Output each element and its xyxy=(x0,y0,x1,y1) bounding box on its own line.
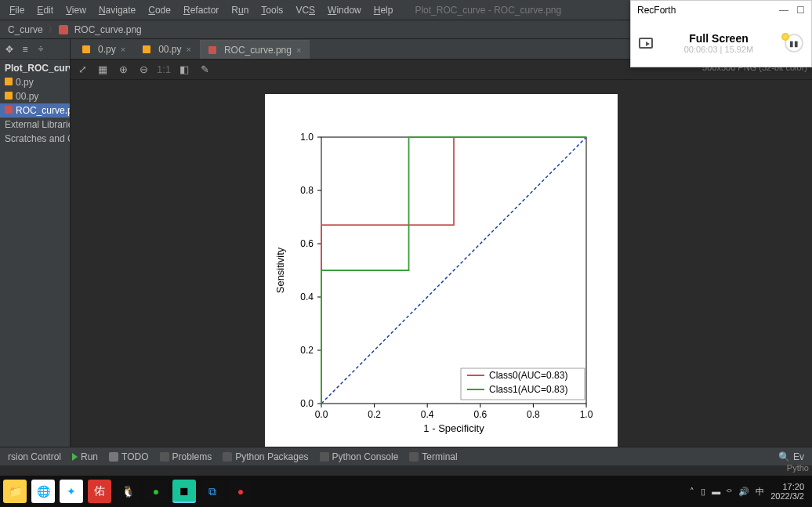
svg-text:1 - Specificity: 1 - Specificity xyxy=(423,422,484,434)
python-file-icon xyxy=(5,92,13,100)
menu-view[interactable]: View xyxy=(60,5,92,16)
menu-vcs[interactable]: VCS xyxy=(289,5,321,16)
tray-clock[interactable]: 17:20 2022/3/2 xyxy=(770,482,804,501)
recforth-stats: 00:06:03 | 15.92M xyxy=(661,45,777,54)
wechat-icon[interactable]: ● xyxy=(144,480,168,503)
close-icon[interactable]: × xyxy=(186,45,190,54)
menu-code[interactable]: Code xyxy=(142,5,177,16)
event-log-tool[interactable]: 🔍 Ev xyxy=(778,451,804,462)
tree-root[interactable]: Plot_ROC_curve xyxy=(0,61,70,75)
image-file-icon xyxy=(208,46,216,54)
tree-external-libs[interactable]: External Libraries xyxy=(0,118,70,132)
tray-ime[interactable]: 中 xyxy=(756,486,764,498)
tab-roc[interactable]: ROC_curve.png× xyxy=(200,40,310,59)
svg-text:Sensitivity: Sensitivity xyxy=(274,247,286,293)
collapse-icon[interactable]: ✥ xyxy=(5,45,14,54)
menu-navigate[interactable]: Navigate xyxy=(92,5,142,16)
tray-usb-icon[interactable]: ▯ xyxy=(701,487,705,497)
image-file-icon xyxy=(59,25,68,34)
image-file-icon xyxy=(5,106,13,114)
menu-help[interactable]: Help xyxy=(368,5,400,16)
svg-text:0.4: 0.4 xyxy=(300,292,314,302)
pycharm-icon[interactable]: ◼ xyxy=(172,480,196,503)
edge-icon[interactable]: 🌐 xyxy=(31,480,55,503)
zoom-ratio: 1:1 xyxy=(158,64,169,75)
recforth-title: RecForth xyxy=(637,5,676,16)
menu-file[interactable]: File xyxy=(3,5,31,16)
svg-text:0.8: 0.8 xyxy=(300,185,314,196)
tray-wifi-icon[interactable]: ⌔ xyxy=(727,487,732,496)
color-picker-icon[interactable]: ✎ xyxy=(199,64,210,75)
editor-area: 0.py× 00.py× ROC_curve.png× ⤢ ▦ ⊕ ⊖ 1:1 … xyxy=(71,39,812,447)
console-icon xyxy=(320,452,329,462)
close-icon[interactable]: × xyxy=(121,45,125,54)
svg-text:0.2: 0.2 xyxy=(300,345,314,356)
tree-file-0py[interactable]: 0.py xyxy=(0,75,70,89)
recorder-icon[interactable] xyxy=(639,38,653,49)
fit-icon[interactable]: ⤢ xyxy=(77,64,88,75)
record-icon[interactable]: ● xyxy=(229,480,252,503)
chart-figure: 0.00.20.40.60.81.00.00.20.40.60.81.01 - … xyxy=(265,94,618,447)
vscode-icon[interactable]: ⧉ xyxy=(201,480,224,503)
zoom-in-icon[interactable]: ⊕ xyxy=(118,64,129,75)
expand-icon[interactable]: ≡ xyxy=(20,45,30,54)
recforth-window[interactable]: RecForth — ☐ Full Screen 00:06:03 | 15.9… xyxy=(630,0,812,67)
python-file-icon xyxy=(82,45,90,53)
python-console-tool[interactable]: Python Console xyxy=(320,451,399,462)
sidebar-toolbar: ✥ ≡ ÷ xyxy=(0,39,70,60)
zoom-out-icon[interactable]: ⊖ xyxy=(138,64,149,75)
breadcrumb-file[interactable]: ROC_curve.png xyxy=(71,24,145,35)
menu-run[interactable]: Run xyxy=(225,5,255,16)
minimize-icon[interactable]: — xyxy=(779,5,788,16)
breadcrumb-root[interactable]: C_curve xyxy=(5,24,46,35)
status-lang: Pytho xyxy=(787,463,809,473)
problems-tool[interactable]: Problems xyxy=(160,451,212,462)
tab-00py[interactable]: 00.py× xyxy=(134,40,200,59)
windows-taskbar: 📁 🌐 ✦ 佑 🐧 ● ◼ ⧉ ● ˄ ▯ ▬ ⌔ 🔊 中 17:20 2022… xyxy=(0,476,812,507)
tray-volume-icon[interactable]: 🔊 xyxy=(738,487,749,497)
svg-text:0.0: 0.0 xyxy=(315,409,328,420)
app-icon-2[interactable]: 佑 xyxy=(88,480,111,503)
svg-text:0.6: 0.6 xyxy=(300,238,314,249)
tab-0py[interactable]: 0.py× xyxy=(74,40,134,59)
file-explorer-icon[interactable]: 📁 xyxy=(3,480,27,503)
app-icon-3[interactable]: 🐧 xyxy=(116,480,140,503)
recforth-titlebar[interactable]: RecForth — ☐ xyxy=(631,1,811,20)
run-tool[interactable]: Run xyxy=(72,451,98,462)
tray-battery-icon[interactable]: ▬ xyxy=(712,487,720,496)
menu-refactor[interactable]: Refactor xyxy=(177,5,225,16)
fullscreen-label: Full Screen xyxy=(661,32,777,45)
menu-edit[interactable]: Edit xyxy=(31,5,60,16)
close-icon[interactable]: × xyxy=(296,45,301,55)
maximize-icon[interactable]: ☐ xyxy=(796,5,805,16)
toggle-bg-icon[interactable]: ◧ xyxy=(179,64,190,75)
todo-tool[interactable]: TODO xyxy=(109,451,148,462)
pause-button[interactable]: ▮▮ xyxy=(785,34,803,53)
system-tray: ˄ ▯ ▬ ⌔ 🔊 中 17:20 2022/3/2 xyxy=(690,482,809,501)
tree-scratches[interactable]: Scratches and Co xyxy=(0,132,70,146)
tree-file-00py[interactable]: 00.py xyxy=(0,89,70,103)
svg-text:0.2: 0.2 xyxy=(368,409,381,420)
svg-text:0.0: 0.0 xyxy=(300,398,314,409)
menu-tools[interactable]: Tools xyxy=(255,5,289,16)
window-title: Plot_ROC_curve - ROC_curve.png xyxy=(415,5,561,16)
tool-window-bar: rsion Control Run TODO Problems Python P… xyxy=(0,447,812,465)
app-icon-1[interactable]: ✦ xyxy=(60,480,83,503)
svg-text:Class0(AUC=0.83): Class0(AUC=0.83) xyxy=(489,370,567,381)
svg-text:Class1(AUC=0.83): Class1(AUC=0.83) xyxy=(489,384,567,395)
problems-icon xyxy=(160,452,169,462)
play-icon xyxy=(72,453,78,461)
divide-icon[interactable]: ÷ xyxy=(36,45,45,54)
roc-chart: 0.00.20.40.60.81.00.00.20.40.60.81.01 - … xyxy=(265,94,618,447)
terminal-icon xyxy=(409,452,419,462)
terminal-tool[interactable]: Terminal xyxy=(409,451,457,462)
tray-chevron-icon[interactable]: ˄ xyxy=(690,487,694,497)
grid-icon[interactable]: ▦ xyxy=(97,64,108,75)
chevron-right-icon: 〉 xyxy=(46,23,59,36)
version-control-tool[interactable]: rsion Control xyxy=(8,451,61,462)
tree-file-roc[interactable]: ROC_curve.png xyxy=(0,103,70,118)
image-viewer[interactable]: 0.00.20.40.60.81.00.00.20.40.60.81.01 - … xyxy=(71,80,812,447)
menu-window[interactable]: Window xyxy=(321,5,368,16)
python-packages-tool[interactable]: Python Packages xyxy=(223,451,308,462)
python-file-icon xyxy=(143,45,150,53)
